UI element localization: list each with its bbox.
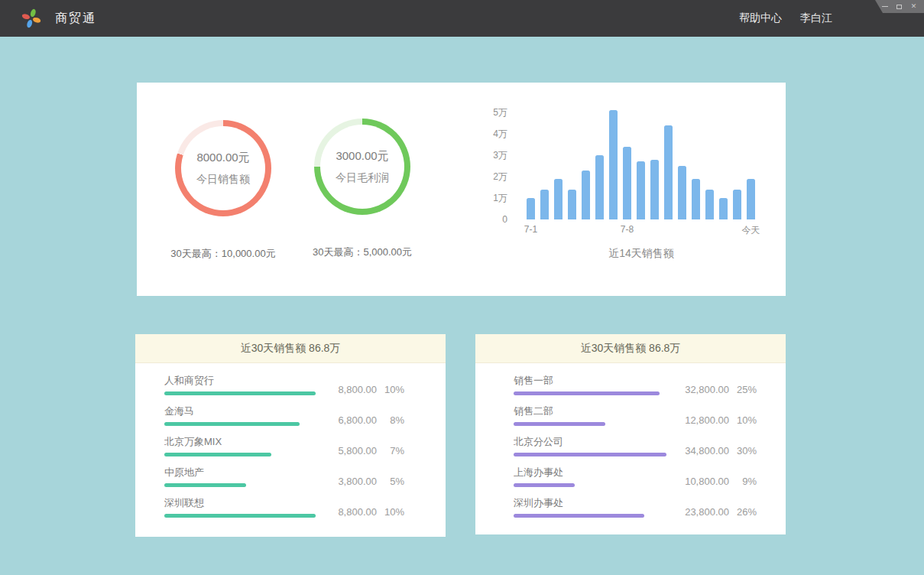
window-controls: ✕ bbox=[875, 0, 924, 13]
rank-item-bar bbox=[164, 483, 246, 487]
rank-item-percent: 26% bbox=[729, 507, 757, 518]
rank-card-header: 近30天销售额 86.8万 bbox=[135, 334, 446, 363]
today-profit-label: 今日毛利润 bbox=[336, 171, 389, 185]
rank-item-name: 上海办事处 bbox=[514, 466, 674, 478]
rank-item-amount: 8,800.00 bbox=[322, 507, 377, 518]
minimize-button[interactable] bbox=[880, 2, 889, 11]
rank-item-name: 销售二部 bbox=[514, 405, 674, 417]
help-center-link[interactable]: 帮助中心 bbox=[739, 11, 782, 25]
app-logo-pinwheel-icon bbox=[21, 8, 42, 29]
titlebar-menu: 帮助中心 李白江 bbox=[739, 11, 924, 25]
minimize-icon bbox=[882, 6, 888, 7]
rank-row: 深圳联想8,800.0010% bbox=[135, 497, 446, 518]
chart-bar bbox=[747, 179, 755, 219]
chart-bar bbox=[595, 155, 604, 219]
rank-row: 北京分公司34,800.0030% bbox=[475, 436, 786, 456]
rank-item-bar bbox=[514, 391, 660, 395]
rank-item-name: 中原地产 bbox=[164, 466, 322, 478]
today-profit-donut-ring: 3000.00元 今日毛利润 bbox=[314, 119, 410, 215]
chart-bar bbox=[554, 179, 563, 219]
department-sales-rank-card: 近30天销售额 86.8万 销售一部32,800.0025%销售二部12,800… bbox=[475, 334, 786, 534]
maximize-icon bbox=[896, 5, 902, 9]
today-sales-donut-ring: 8000.00元 今日销售额 bbox=[175, 120, 271, 216]
rank-card-title: 近30天销售额 86.8万 bbox=[241, 342, 341, 356]
rank-item-bar bbox=[164, 422, 300, 426]
rank-item-bar bbox=[514, 422, 605, 426]
rank-item-percent: 10% bbox=[377, 385, 404, 395]
rank-item-percent: 25% bbox=[729, 385, 757, 395]
maximize-button[interactable] bbox=[895, 2, 903, 11]
rank-item-percent: 10% bbox=[377, 507, 404, 518]
rank-item-bar bbox=[514, 453, 666, 456]
rank-item-bar bbox=[164, 391, 316, 395]
rank-row: 人和商贸行8,800.0010% bbox=[135, 375, 446, 395]
y-axis-tick-label: 3万 bbox=[485, 149, 507, 161]
rank-item-name: 深圳联想 bbox=[164, 497, 322, 508]
today-profit-donut-block: 3000.00元 今日毛利润 30天最高：5,000.00元 bbox=[291, 119, 433, 259]
rank-item-amount: 5,800.00 bbox=[322, 446, 377, 456]
chart-bar bbox=[540, 190, 549, 219]
rank-item-name: 人和商贸行 bbox=[164, 375, 322, 386]
close-button[interactable]: ✕ bbox=[909, 2, 918, 11]
chart-bar bbox=[527, 198, 535, 219]
chart-bar bbox=[733, 190, 741, 219]
rank-item-bar bbox=[514, 483, 575, 487]
rank-item-bar bbox=[164, 453, 271, 456]
brand: 商贸通 bbox=[0, 8, 96, 29]
rank-item-amount: 23,800.00 bbox=[674, 507, 729, 518]
current-user-link[interactable]: 李白江 bbox=[800, 11, 832, 25]
chart-bar bbox=[678, 166, 686, 219]
rank-row: 北京万象MIX5,800.007% bbox=[135, 436, 446, 456]
chart-bar bbox=[692, 179, 700, 219]
rank-item-name: 北京分公司 bbox=[514, 436, 674, 447]
app-window: { "titlebar": { "app_title": "商贸通", "hel… bbox=[0, 0, 924, 575]
chart-plot-area bbox=[527, 105, 756, 219]
chart-bar bbox=[568, 190, 576, 219]
y-axis-tick-label: 0 bbox=[485, 213, 507, 226]
rank-item-percent: 10% bbox=[729, 415, 757, 426]
chart-title: 近14天销售额 bbox=[527, 247, 756, 261]
rank-item-amount: 6,800.00 bbox=[322, 415, 377, 426]
rank-row: 金海马6,800.008% bbox=[135, 405, 446, 426]
titlebar: 商贸通 帮助中心 李白江 ✕ bbox=[0, 0, 924, 37]
chart-bar bbox=[719, 198, 728, 219]
rank-item-amount: 10,800.00 bbox=[674, 476, 729, 487]
today-profit-value: 3000.00元 bbox=[336, 149, 388, 164]
rank-item-amount: 3,800.00 bbox=[322, 476, 377, 487]
x-axis-tick-label: 今天 bbox=[742, 224, 760, 237]
today-sales-value: 8000.00元 bbox=[196, 151, 249, 165]
rank-item-percent: 8% bbox=[377, 415, 404, 426]
rank-card-header: 近30天销售额 86.8万 bbox=[475, 334, 786, 363]
rank-item-name: 销售一部 bbox=[514, 375, 674, 386]
today-profit-donut-center: 3000.00元 今日毛利润 bbox=[314, 119, 410, 215]
app-title: 商贸通 bbox=[55, 11, 96, 27]
today-sales-label: 今日销售额 bbox=[196, 173, 250, 187]
profit-30d-max-label: 30天最高：5,000.00元 bbox=[291, 245, 433, 259]
chart-bar bbox=[637, 161, 645, 219]
chart-bar bbox=[650, 160, 659, 219]
rank-item-percent: 7% bbox=[377, 446, 404, 456]
rank-item-amount: 12,800.00 bbox=[674, 415, 729, 426]
rank-item-name: 北京万象MIX bbox=[164, 436, 322, 447]
y-axis-tick-label: 2万 bbox=[485, 171, 507, 183]
chart-bar bbox=[609, 110, 618, 219]
rank-item-percent: 30% bbox=[729, 446, 757, 456]
rank-row: 上海办事处10,800.009% bbox=[475, 466, 786, 487]
rank-item-bar bbox=[164, 514, 316, 518]
rank-item-amount: 32,800.00 bbox=[674, 385, 729, 395]
chart-bar bbox=[623, 147, 631, 219]
x-axis-tick-label: 7-1 bbox=[524, 224, 537, 235]
rank-list: 销售一部32,800.0025%销售二部12,800.0010%北京分公司34,… bbox=[475, 363, 786, 518]
rank-row: 深圳办事处23,800.0026% bbox=[475, 497, 786, 518]
chart-y-axis: 5万4万3万2万1万0 bbox=[485, 102, 507, 219]
chart-x-axis: 7-17-8今天 bbox=[527, 224, 756, 236]
rank-row: 中原地产3,800.005% bbox=[135, 466, 446, 487]
rank-item-name: 金海马 bbox=[164, 405, 322, 417]
today-overview-card: 8000.00元 今日销售额 30天最高：10,000.00元 3000.00元… bbox=[137, 83, 786, 296]
rank-item-percent: 5% bbox=[377, 476, 404, 487]
sales-14d-bar-chart: 5万4万3万2万1万0 7-17-8今天 近14天销售额 bbox=[485, 102, 775, 278]
rank-item-amount: 34,800.00 bbox=[674, 446, 729, 456]
rank-list: 人和商贸行8,800.0010%金海马6,800.008%北京万象MIX5,80… bbox=[135, 363, 446, 518]
rank-item-bar bbox=[514, 514, 644, 518]
chart-bar bbox=[582, 171, 590, 219]
